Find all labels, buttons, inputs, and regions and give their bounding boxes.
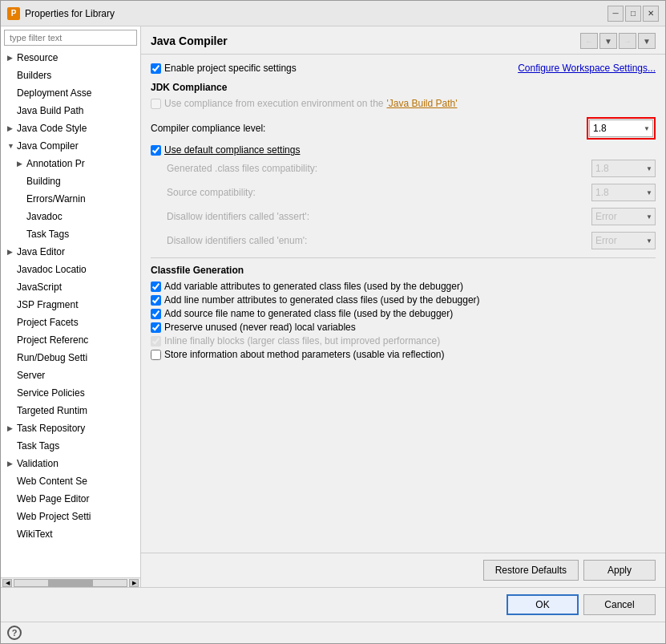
checkbox-label-add-line-number: Add line number attributes to generated … bbox=[164, 294, 480, 306]
sidebar-label-targeted-runtime: Targeted Runtim bbox=[17, 403, 87, 418]
sidebar-item-builders[interactable]: Builders bbox=[1, 67, 140, 84]
sidebar-item-jsp-fragment[interactable]: JSP Fragment bbox=[1, 296, 140, 314]
checkbox-add-line-number[interactable] bbox=[151, 295, 161, 306]
sidebar-item-wikitext[interactable]: WikiText bbox=[1, 525, 140, 543]
sidebar-label-java-build-path: Java Build Path bbox=[17, 103, 83, 118]
checkbox-label-preserve-unused: Preserve unused (never read) local varia… bbox=[164, 322, 356, 333]
checkbox-add-source[interactable] bbox=[151, 309, 161, 319]
sidebar-label-project-references: Project Referenc bbox=[17, 333, 88, 347]
sidebar-item-server[interactable]: Server bbox=[1, 367, 140, 384]
sidebar-item-java-compiler[interactable]: ▼Java Compiler bbox=[1, 137, 140, 155]
enable-project-checkbox[interactable] bbox=[151, 63, 161, 74]
use-compliance-row: Use compliance from execution environmen… bbox=[151, 98, 656, 109]
checkbox-store-info[interactable] bbox=[151, 350, 161, 360]
nav-dropdown-forward[interactable]: ▼ bbox=[638, 33, 656, 49]
sidebar-tree: ▶ResourceBuildersDeployment AsseJava Bui… bbox=[1, 49, 140, 577]
sidebar-item-java-code-style[interactable]: ▶Java Code Style bbox=[1, 119, 140, 137]
sidebar-item-deployment[interactable]: Deployment Asse bbox=[1, 84, 140, 102]
sidebar-label-errors-warnings: Errors/Warnin bbox=[26, 192, 86, 206]
apply-button[interactable]: Apply bbox=[583, 560, 656, 581]
sidebar-item-service-policies[interactable]: Service Policies bbox=[1, 384, 140, 402]
source-compat-select[interactable]: 1.8 bbox=[591, 184, 656, 201]
sidebar-item-java-build-path[interactable]: Java Build Path bbox=[1, 102, 140, 119]
compiler-compliance-select[interactable]: 1.8 1.7 1.6 11 bbox=[589, 119, 653, 137]
checkbox-row-store-info: Store information about method parameter… bbox=[151, 349, 656, 360]
checkbox-row-add-source: Add source file name to generated class … bbox=[151, 308, 656, 319]
sidebar-item-javascript[interactable]: JavaScript bbox=[1, 278, 140, 296]
generated-class-select[interactable]: 1.8 bbox=[591, 160, 656, 177]
sidebar-item-task-tags[interactable]: Task Tags bbox=[1, 225, 140, 243]
ok-button[interactable]: OK bbox=[507, 594, 579, 615]
checkbox-preserve-unused[interactable] bbox=[151, 322, 161, 333]
sidebar-item-javadoc-location[interactable]: Javadoc Locatio bbox=[1, 261, 140, 278]
restore-defaults-button[interactable]: Restore Defaults bbox=[483, 560, 579, 581]
sidebar-label-service-policies: Service Policies bbox=[17, 386, 85, 400]
sidebar-item-task-tags-2[interactable]: Task Tags bbox=[1, 437, 140, 455]
disallow-assert-select-wrapper: Error bbox=[591, 208, 656, 225]
sidebar-item-web-content-settings[interactable]: Web Content Se bbox=[1, 472, 140, 490]
sidebar-item-project-references[interactable]: Project Referenc bbox=[1, 331, 140, 349]
section-divider bbox=[151, 257, 656, 258]
sidebar-label-task-repository: Task Repository bbox=[17, 421, 85, 435]
sidebar-item-resource[interactable]: ▶Resource bbox=[1, 49, 140, 67]
window-controls: ─ □ ✕ bbox=[607, 6, 659, 22]
scroll-left-arrow[interactable]: ◀ bbox=[2, 579, 12, 587]
expand-arrow-java-code-style: ▶ bbox=[7, 121, 17, 136]
disallow-assert-select[interactable]: Error bbox=[591, 208, 656, 225]
checkbox-add-variable[interactable] bbox=[151, 281, 161, 292]
close-button[interactable]: ✕ bbox=[643, 6, 659, 22]
title-bar: P Properties for Library ─ □ ✕ bbox=[1, 1, 665, 26]
nav-forward-button[interactable]: → bbox=[619, 33, 636, 49]
sidebar-item-run-debug[interactable]: Run/Debug Setti bbox=[1, 349, 140, 367]
help-icon[interactable]: ? bbox=[7, 626, 22, 640]
sidebar-label-task-tags: Task Tags bbox=[26, 227, 69, 241]
expand-arrow-task-repository: ▶ bbox=[7, 421, 17, 435]
scroll-thumb bbox=[48, 580, 93, 586]
compiler-compliance-row: Compiler compliance level: 1.8 1.7 1.6 1… bbox=[151, 115, 656, 141]
disallow-enum-select[interactable]: Error bbox=[591, 232, 656, 249]
sidebar-label-building: Building bbox=[26, 174, 61, 188]
source-compat-label: Source compatibility: bbox=[167, 187, 591, 198]
checkbox-inline-finally[interactable] bbox=[151, 336, 161, 346]
sidebar-item-annotation-pr[interactable]: ▶Annotation Pr bbox=[1, 155, 140, 172]
sidebar-item-task-repository[interactable]: ▶Task Repository bbox=[1, 419, 140, 437]
disallow-assert-row: Disallow identifiers called 'assert': Er… bbox=[151, 206, 656, 227]
sidebar-item-targeted-runtime[interactable]: Targeted Runtim bbox=[1, 402, 140, 419]
scroll-right-arrow[interactable]: ▶ bbox=[129, 579, 139, 587]
compliance-select-container: 1.8 1.7 1.6 11 bbox=[589, 119, 653, 137]
generated-class-select-wrapper: 1.8 bbox=[591, 160, 656, 177]
sidebar-scrollbar: ◀ ▶ bbox=[1, 577, 140, 587]
nav-back-button[interactable]: ← bbox=[580, 33, 598, 49]
compliance-select-wrapper: 1.8 1.7 1.6 11 bbox=[587, 117, 656, 140]
sidebar-item-java-editor[interactable]: ▶Java Editor bbox=[1, 243, 140, 261]
use-default-row: Use default compliance settings bbox=[151, 144, 656, 156]
sidebar-item-building[interactable]: Building bbox=[1, 172, 140, 190]
nav-dropdown-back[interactable]: ▼ bbox=[599, 33, 617, 49]
configure-workspace-link[interactable]: Configure Workspace Settings... bbox=[518, 63, 656, 74]
sidebar-label-deployment: Deployment Asse bbox=[17, 86, 91, 100]
use-compliance-label: Use compliance from execution environmen… bbox=[164, 98, 383, 109]
sidebar-item-validation[interactable]: ▶Validation bbox=[1, 455, 140, 472]
checkbox-row-inline-finally: Inline finally blocks (larger class file… bbox=[151, 335, 656, 346]
panel-header: Java Compiler ← ▼ → ▼ bbox=[141, 26, 665, 55]
use-compliance-checkbox[interactable] bbox=[151, 99, 161, 109]
enable-project-label: Enable project specific settings bbox=[164, 63, 297, 74]
java-build-path-link[interactable]: 'Java Build Path' bbox=[386, 98, 457, 109]
minimize-button[interactable]: ─ bbox=[607, 6, 624, 22]
classfile-section-title: Classfile Generation bbox=[151, 265, 656, 276]
ok-cancel-area: OK Cancel bbox=[1, 587, 665, 622]
sidebar-item-web-project-settings[interactable]: Web Project Setti bbox=[1, 508, 140, 525]
sidebar-item-javadoc[interactable]: Javadoc bbox=[1, 208, 140, 225]
sidebar-item-project-facets[interactable]: Project Facets bbox=[1, 314, 140, 331]
panel-nav-buttons: ← ▼ → ▼ bbox=[580, 33, 656, 49]
disallow-enum-row: Disallow identifiers called 'enum': Erro… bbox=[151, 230, 656, 251]
generated-class-row: Generated .class files compatibility: 1.… bbox=[151, 158, 656, 179]
filter-input[interactable] bbox=[4, 30, 137, 46]
checkbox-label-store-info: Store information about method parameter… bbox=[164, 349, 445, 360]
cancel-button[interactable]: Cancel bbox=[583, 594, 656, 615]
sidebar-item-web-page-editor[interactable]: Web Page Editor bbox=[1, 490, 140, 508]
restore-apply-row: Restore Defaults Apply bbox=[151, 560, 656, 581]
use-default-checkbox[interactable] bbox=[151, 145, 161, 156]
maximize-button[interactable]: □ bbox=[625, 6, 641, 22]
sidebar-item-errors-warnings[interactable]: Errors/Warnin bbox=[1, 190, 140, 208]
